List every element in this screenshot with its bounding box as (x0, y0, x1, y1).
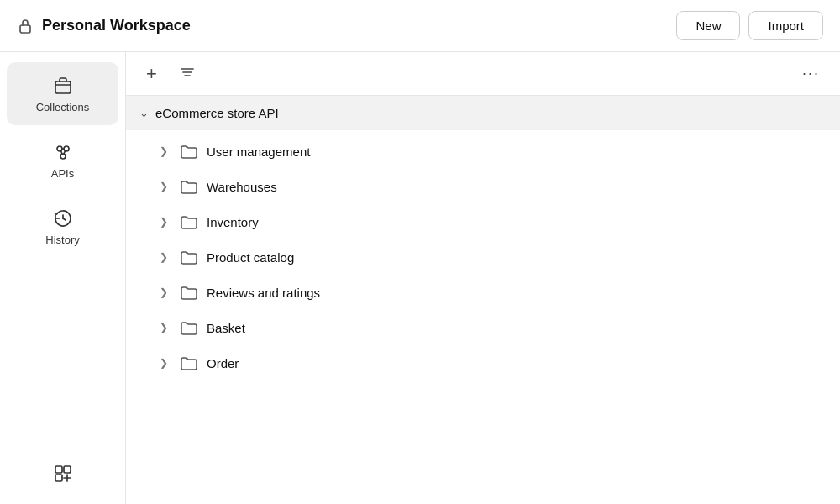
main-layout: Collections APIs (0, 52, 840, 504)
svg-rect-1 (55, 81, 71, 93)
apis-icon (51, 140, 75, 164)
add-button[interactable]: + (139, 61, 164, 87)
svg-rect-0 (20, 25, 30, 33)
collection-name: eCommerce store API (155, 106, 279, 120)
item-chevron-icon: ❯ (160, 181, 171, 192)
svg-line-9 (63, 218, 66, 220)
list-item[interactable]: ❯ Warehouses (126, 169, 840, 204)
search-input[interactable] (211, 59, 787, 89)
list-item[interactable]: ❯ Reviews and ratings (126, 275, 840, 310)
import-button[interactable]: Import (748, 11, 823, 40)
item-chevron-icon: ❯ (160, 216, 171, 228)
item-label: Warehouses (207, 180, 277, 194)
item-chevron-icon: ❯ (160, 357, 171, 369)
svg-rect-12 (55, 475, 62, 481)
svg-rect-10 (55, 466, 62, 473)
filter-button[interactable] (172, 60, 202, 87)
svg-rect-11 (64, 466, 71, 473)
add-collection-icon (51, 462, 75, 486)
folder-icon (180, 354, 198, 371)
folder-icon (180, 284, 198, 301)
svg-line-6 (60, 151, 62, 155)
sidebar-item-history[interactable]: History (7, 195, 118, 258)
list-item[interactable]: ❯ Inventory (126, 204, 840, 239)
list-item[interactable]: ❯ Order (126, 345, 840, 381)
list-item[interactable]: ❯ User management (126, 134, 840, 169)
history-icon (51, 207, 75, 230)
svg-point-4 (60, 154, 66, 159)
item-chevron-icon: ❯ (160, 145, 171, 157)
collection-chevron-icon: ⌄ (139, 107, 149, 119)
sidebar-collections-label: Collections (36, 101, 90, 113)
collections-icon (51, 74, 75, 97)
lock-icon (17, 18, 34, 34)
toolbar: + ··· (126, 52, 840, 96)
collection-items: ❯ User management ❯ Warehouses ❯ Invento… (126, 130, 840, 384)
folder-icon (180, 143, 198, 160)
item-chevron-icon: ❯ (160, 251, 171, 263)
list-item[interactable]: ❯ Product catalog (126, 239, 840, 275)
workspace-title: Personal Workspace (42, 17, 191, 34)
header: Personal Workspace New Import (0, 0, 840, 52)
item-label: Product catalog (207, 250, 294, 265)
list-item[interactable]: ❯ Basket (126, 310, 840, 345)
item-chevron-icon: ❯ (160, 286, 171, 298)
item-chevron-icon: ❯ (160, 322, 171, 333)
folder-icon (180, 249, 198, 265)
header-left: Personal Workspace (17, 17, 191, 34)
more-button[interactable]: ··· (795, 61, 827, 86)
folder-icon (180, 319, 198, 336)
item-label: Reviews and ratings (207, 286, 320, 300)
new-button[interactable]: New (676, 11, 740, 40)
sidebar-item-add[interactable] (7, 450, 118, 502)
item-label: Order (207, 356, 239, 370)
sidebar-apis-label: APIs (51, 167, 74, 180)
item-label: User management (207, 144, 310, 159)
folder-icon (180, 178, 198, 195)
content-area: + ··· ⌄ eCommerce store API ❯ (126, 52, 840, 504)
item-label: Basket (207, 321, 245, 335)
sidebar: Collections APIs (0, 52, 126, 504)
collection-header[interactable]: ⌄ eCommerce store API (126, 96, 840, 130)
sidebar-history-label: History (45, 234, 79, 246)
header-buttons: New Import (676, 11, 823, 40)
sidebar-item-collections[interactable]: Collections (7, 62, 118, 125)
folder-icon (180, 213, 198, 230)
svg-line-7 (64, 151, 66, 155)
sidebar-item-apis[interactable]: APIs (7, 129, 118, 192)
item-label: Inventory (207, 215, 259, 229)
